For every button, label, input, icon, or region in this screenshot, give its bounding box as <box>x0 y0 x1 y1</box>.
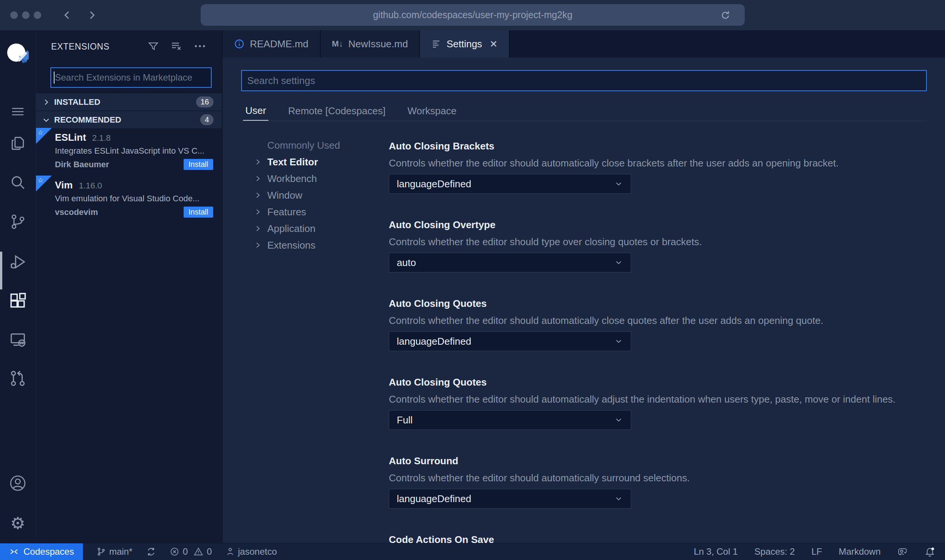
chevron-right-icon <box>42 98 50 106</box>
setting-dropdown[interactable]: languageDefined <box>389 489 631 509</box>
setting-code-actions-on-save: Code Actions On Save <box>389 531 942 543</box>
chevron-down-icon <box>614 415 623 425</box>
menu-button[interactable] <box>10 104 25 119</box>
toc-item-commonly-used[interactable]: Commonly Used <box>254 137 340 154</box>
notifications-button[interactable] <box>925 546 935 557</box>
extension-search <box>50 67 212 88</box>
settings-search-input[interactable] <box>241 70 927 91</box>
window-minimize-button[interactable] <box>22 11 30 19</box>
run-debug-view-button[interactable] <box>9 253 27 271</box>
account-status-button[interactable]: jasonetco <box>226 546 277 557</box>
chevron-down-icon <box>614 337 623 346</box>
section-installed[interactable]: INSTALLED 16 <box>36 93 222 110</box>
toc-item-workbench[interactable]: Workbench <box>254 170 340 187</box>
setting-description: Controls whether the editor should autom… <box>389 154 942 172</box>
clear-extension-search-button[interactable] <box>170 40 182 52</box>
extension-search-input[interactable] <box>50 67 212 88</box>
close-tab-button[interactable]: ✕ <box>490 39 497 50</box>
toc-item-extensions[interactable]: Extensions <box>254 237 340 254</box>
feedback-button[interactable] <box>897 546 908 557</box>
extension-item-vim[interactable]: ☆ Vim 1.16.0 Vim emulation for Visual St… <box>36 176 222 222</box>
browser-forward-button[interactable] <box>85 8 98 22</box>
tab-readme[interactable]: README.md <box>223 30 321 58</box>
toc-item-text-editor[interactable]: Text Editor <box>254 154 340 170</box>
source-control-view-button[interactable] <box>9 213 26 230</box>
account-label: jasonetco <box>238 546 277 557</box>
section-label: RECOMMENDED <box>54 115 121 125</box>
indentation-button[interactable]: Spaces: 2 <box>755 546 795 557</box>
chevron-right-icon <box>254 159 261 165</box>
tab-label: README.md <box>250 38 309 50</box>
warning-count: 0 <box>207 546 212 557</box>
more-actions-button[interactable] <box>194 40 206 52</box>
settings-editor: User Remote [Codespaces] Workspace Commo… <box>223 58 945 543</box>
settings-toc: Commonly Used Text Editor Workbench Wind… <box>254 137 340 254</box>
sync-button[interactable] <box>146 547 156 557</box>
remote-explorer-view-button[interactable] <box>9 331 27 348</box>
browser-back-button[interactable] <box>61 8 74 22</box>
chevron-right-icon <box>254 242 261 249</box>
setting-title: Auto Closing Quotes <box>389 295 942 312</box>
extension-name: ESLint <box>55 132 86 143</box>
setting-title: Auto Closing Brackets <box>389 138 942 154</box>
language-mode-button[interactable]: Markdown <box>839 546 881 557</box>
section-recommended[interactable]: RECOMMENDED 4 <box>36 111 222 128</box>
problems-button[interactable]: 0 0 <box>170 546 212 557</box>
window-close-button[interactable] <box>10 11 18 19</box>
setting-dropdown[interactable]: languageDefined <box>389 331 631 351</box>
pull-requests-view-button[interactable] <box>9 370 27 387</box>
install-button[interactable]: Install <box>184 159 213 170</box>
account-button[interactable] <box>9 474 27 492</box>
setting-title: Code Actions On Save <box>389 531 942 543</box>
toc-item-application[interactable]: Application <box>254 220 340 237</box>
markdown-icon: M↓ <box>332 39 343 49</box>
branch-button[interactable]: main* <box>97 546 132 557</box>
toc-item-window[interactable]: Window <box>254 187 340 204</box>
scope-tab-workspace[interactable]: Workspace <box>405 101 459 121</box>
toc-item-features[interactable]: Features <box>254 204 340 220</box>
setting-auto-surround: Auto Surround Controls whether the edito… <box>389 453 942 509</box>
count-badge: 16 <box>196 96 214 107</box>
scope-tab-user[interactable]: User <box>243 101 268 121</box>
bell-icon <box>925 546 935 557</box>
scope-tab-remote[interactable]: Remote [Codespaces] <box>286 101 388 121</box>
chevron-down-icon <box>614 179 623 188</box>
extensions-view-button[interactable] <box>9 293 27 310</box>
extension-item-eslint[interactable]: ☆ ESLint 2.1.8 Integrates ESLint JavaScr… <box>36 128 222 174</box>
files-icon <box>9 135 26 151</box>
explorer-view-button[interactable] <box>9 135 26 151</box>
remote-label: Codespaces <box>23 546 74 557</box>
tab-settings[interactable]: Settings ✕ <box>420 30 510 58</box>
eol-button[interactable]: LF <box>811 546 822 557</box>
remote-indicator-button[interactable]: Codespaces <box>0 543 83 560</box>
search-view-button[interactable] <box>9 174 26 191</box>
git-branch-icon <box>9 213 26 230</box>
setting-description: Controls whether the editor should autom… <box>389 469 942 487</box>
setting-auto-closing-overtype: Auto Closing Overtype Controls whether t… <box>389 216 942 272</box>
filter-button[interactable] <box>148 40 159 52</box>
setting-dropdown[interactable]: auto <box>389 253 631 272</box>
sidebar-title: EXTENSIONS <box>51 42 109 52</box>
setting-dropdown[interactable]: languageDefined <box>389 174 631 194</box>
codespaces-window: github.com/codespaces/user-my-project-mg… <box>0 0 945 560</box>
setting-dropdown[interactable]: Full <box>389 410 631 430</box>
activity-bar: ⚙ <box>0 30 36 543</box>
dropdown-value: languageDefined <box>397 493 471 505</box>
tab-newissue[interactable]: M↓ NewIssue.md <box>321 30 420 58</box>
errors-icon <box>170 547 179 557</box>
extension-name: Vim <box>55 179 73 191</box>
install-button[interactable]: Install <box>184 207 213 218</box>
hamburger-menu-icon <box>10 104 25 119</box>
settings-gear-button[interactable]: ⚙ <box>10 515 25 532</box>
extensions-sidebar: EXTENSIONS INSTALLED 16 RECOMMENDED 4 <box>36 30 223 543</box>
sidebar-actions <box>148 40 206 52</box>
refresh-button[interactable] <box>720 9 731 21</box>
line-col-button[interactable]: Ln 3, Col 1 <box>694 546 738 557</box>
address-bar[interactable]: github.com/codespaces/user-my-project-mg… <box>201 4 745 26</box>
refresh-icon <box>720 9 731 21</box>
error-count: 0 <box>183 546 188 557</box>
dropdown-value: languageDefined <box>397 178 471 190</box>
chevron-right-icon <box>254 175 261 182</box>
active-view-indicator <box>0 252 2 289</box>
window-zoom-button[interactable] <box>34 11 41 19</box>
